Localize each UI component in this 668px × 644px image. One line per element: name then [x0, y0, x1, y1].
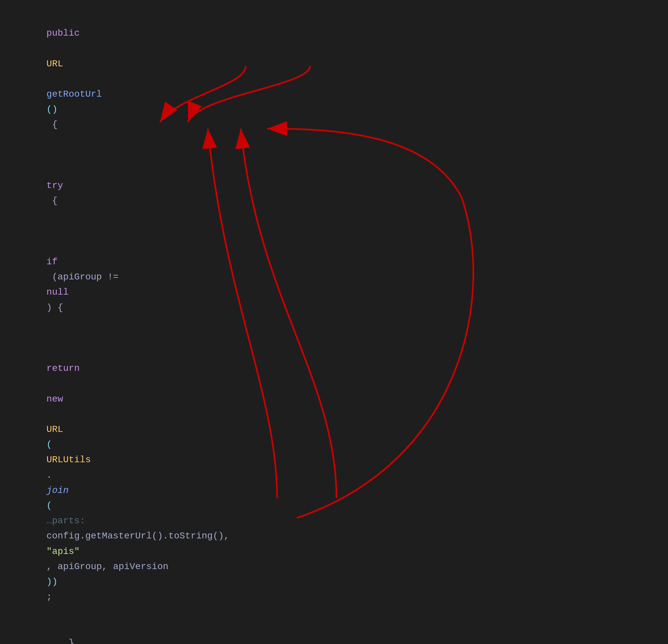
code-line-t1: public URL getRootUrl () {: [13, 11, 655, 148]
code-line-t5: }: [13, 620, 655, 644]
top-code-block: public URL getRootUrl () { try { if (api…: [0, 0, 668, 644]
page-container: public URL getRootUrl () { try { if (api…: [0, 0, 668, 644]
code-line-t2: try {: [13, 148, 655, 224]
kw-public: public: [46, 28, 80, 38]
code-line-t3: if (apiGroup != null ) {: [13, 224, 655, 331]
code-line-t4: return new URL ( URLUtils . join ( …part…: [13, 331, 655, 620]
